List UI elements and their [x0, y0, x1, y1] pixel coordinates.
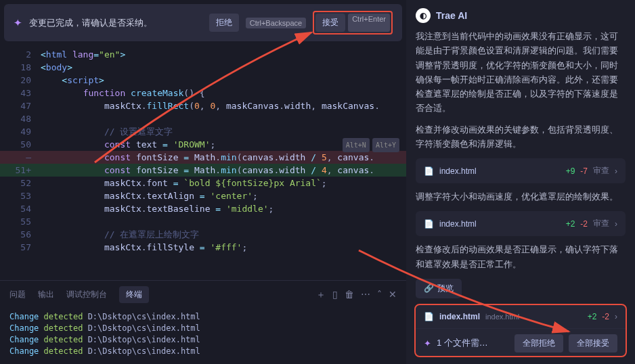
code-editor[interactable]: 2<html lang="en">18<body>20 <script>43 f… [0, 45, 406, 280]
code-line[interactable]: 20 <script> [0, 74, 406, 87]
trash-icon[interactable]: 🗑 [345, 289, 354, 301]
change-count: 1 个文件需… [437, 337, 488, 349]
file-icon: 📄 [424, 312, 434, 321]
code-line[interactable]: 49 // 设置遮罩文字 [0, 125, 406, 138]
action-card: 📄 index.html index.html +2 -2 › ✦ 1 个文件需… [416, 305, 626, 356]
code-line[interactable]: 53 maskCtx.textAlign = 'center'; [0, 189, 406, 202]
file-icon: 📄 [424, 219, 434, 229]
sparkle-icon: ✦ [14, 17, 22, 29]
hint-altY[interactable]: Alt+Y [372, 138, 399, 152]
terminal-line: Change detected D:\Dsktop\cs\index.html [9, 323, 397, 334]
plus-icon[interactable]: ＋ [316, 289, 326, 301]
code-line[interactable]: — const fontSize = Math.min(canvas.width… [0, 151, 406, 164]
code-line[interactable]: 51+ const fontSize = Math.min(canvas.wid… [0, 164, 406, 177]
reject-kbd: Ctrl+Backspace [246, 18, 306, 28]
code-line[interactable]: 55 [0, 215, 406, 228]
chevron-right-icon: › [615, 219, 617, 229]
ai-logo-icon: ◐ [416, 8, 431, 23]
ai-paragraph: 检查修改后的动画效果是否正确显示，确认字符下落和遮罩效果是否正常工作。 [416, 243, 626, 272]
link-icon: 🔗 [424, 283, 434, 293]
code-line[interactable]: 54 maskCtx.textBaseline = 'middle'; [0, 202, 406, 215]
accept-button[interactable]: 接受 [315, 14, 345, 32]
ai-paragraph: 我注意到当前代码中的动画效果没有正确显示，这可能是由于背景颜色设置和清屏逻辑的问… [416, 30, 626, 116]
tab-output[interactable]: 输出 [38, 289, 54, 300]
tab-problems[interactable]: 问题 [9, 289, 26, 300]
chevron-up-icon[interactable]: ˄ [377, 289, 382, 301]
ai-sidebar: ◐ Trae AI 我注意到当前代码中的动画效果没有正确显示，这可能是由于背景颜… [406, 0, 635, 364]
split-icon[interactable]: ▯ [332, 289, 338, 301]
change-confirm-bar: ✦ 变更已完成，请确认是否采纳。 拒绝 Ctrl+Backspace 接受 Ct… [4, 4, 402, 41]
file-icon: 📄 [424, 166, 434, 176]
hint-altN[interactable]: Alt+N [343, 138, 370, 152]
terminal-output[interactable]: Change detected D:\Dsktop\cs\index.htmlC… [0, 309, 406, 364]
ai-title: Trae AI [436, 10, 467, 21]
terminal-line: Change detected D:\Dsktop\cs\index.html [9, 311, 397, 323]
terminal-line: Change detected D:\Dsktop\cs\index.html [9, 346, 397, 357]
close-icon[interactable]: ✕ [389, 289, 397, 301]
terminal-line: Change detected D:\Dsktop\cs\index.html [9, 334, 397, 346]
code-line[interactable]: 52 maskCtx.font = `bold ${fontSize}px Ar… [0, 177, 406, 189]
code-line[interactable]: 43 function createMask() { [0, 87, 406, 99]
chevron-right-icon: › [615, 166, 617, 176]
ai-paragraph: 检查并修改动画效果的关键参数，包括背景透明度、字符渐变颜色和清屏逻辑。 [416, 123, 626, 152]
more-icon[interactable]: ⋯ [361, 289, 370, 301]
file-card[interactable]: 📄 index.html +2 -2 审查 › [416, 211, 626, 236]
accept-all-button[interactable]: 全部接受 [569, 334, 617, 352]
code-line[interactable]: 50 const text = 'DROWM';Alt+NAlt+Y [0, 138, 406, 151]
preview-button[interactable]: 🔗 预览 [416, 279, 462, 298]
action-file-name: index.html [439, 312, 480, 321]
accept-highlight: 接受 Ctrl+Enter [313, 11, 393, 35]
code-line[interactable]: 18<body> [0, 61, 406, 74]
sparkle-icon: ✦ [424, 338, 431, 348]
tab-terminal[interactable]: 终端 [119, 286, 149, 303]
code-line[interactable]: 57 maskCtx.fillStyle = '#fff'; [0, 241, 406, 254]
code-line[interactable]: 56 // 在遮罩层上绘制文字 [0, 228, 406, 241]
change-message: 变更已完成，请确认是否采纳。 [29, 17, 202, 29]
code-line[interactable]: 48 [0, 112, 406, 125]
code-line[interactable]: 47 maskCtx.fillRect(0, 0, maskCanvas.wid… [0, 99, 406, 112]
tab-debug-console[interactable]: 调试控制台 [66, 289, 107, 300]
accept-kbd: Ctrl+Enter [348, 14, 390, 32]
chevron-right-icon: › [615, 312, 617, 321]
panel-tabs: 问题 输出 调试控制台 终端 ＋ ▯ 🗑 ⋯ ˄ ✕ [0, 280, 406, 309]
file-card[interactable]: 📄 index.html +9 -7 审查 › [416, 158, 626, 183]
ai-paragraph: 调整字符大小和动画速度，优化遮罩层的绘制效果。 [416, 190, 626, 204]
reject-button[interactable]: 拒绝 [209, 14, 239, 32]
reject-all-button[interactable]: 全部拒绝 [514, 334, 563, 352]
code-line[interactable]: 2<html lang="en"> [0, 48, 406, 61]
